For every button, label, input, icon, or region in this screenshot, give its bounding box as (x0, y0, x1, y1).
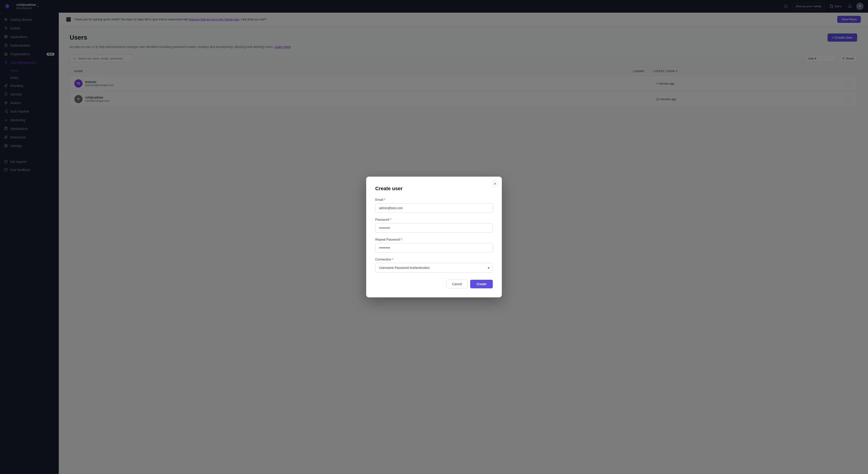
email-field-group: Email * (375, 198, 493, 213)
password-field-group: Password * (375, 218, 493, 233)
required-indicator: * (390, 218, 391, 221)
email-input[interactable] (375, 203, 493, 213)
create-button[interactable]: Create (470, 280, 493, 288)
connection-select-wrapper: Username-Password-Authentication (375, 263, 493, 272)
close-icon: ✕ (493, 182, 496, 186)
modal-title: Create user (375, 186, 493, 191)
modal-overlay: Create user ✕ Email * Password * Repeat … (0, 0, 868, 474)
cancel-button[interactable]: Cancel (446, 280, 468, 288)
password-input[interactable] (375, 223, 493, 233)
required-indicator: * (392, 258, 393, 261)
modal-close-button[interactable]: ✕ (491, 180, 498, 187)
create-user-modal: Create user ✕ Email * Password * Repeat … (366, 177, 502, 297)
email-label: Email * (375, 198, 493, 202)
repeat-password-field-group: Repeat Password * (375, 238, 493, 253)
repeat-password-label: Repeat Password * (375, 238, 493, 241)
modal-footer: Cancel Create (375, 280, 493, 288)
connection-select[interactable]: Username-Password-Authentication (375, 263, 493, 272)
required-indicator: * (384, 198, 385, 202)
connection-label: Connection * (375, 258, 493, 261)
connection-field-group: Connection * Username-Password-Authentic… (375, 258, 493, 272)
required-indicator: * (401, 238, 402, 241)
repeat-password-input[interactable] (375, 243, 493, 253)
password-label: Password * (375, 218, 493, 221)
